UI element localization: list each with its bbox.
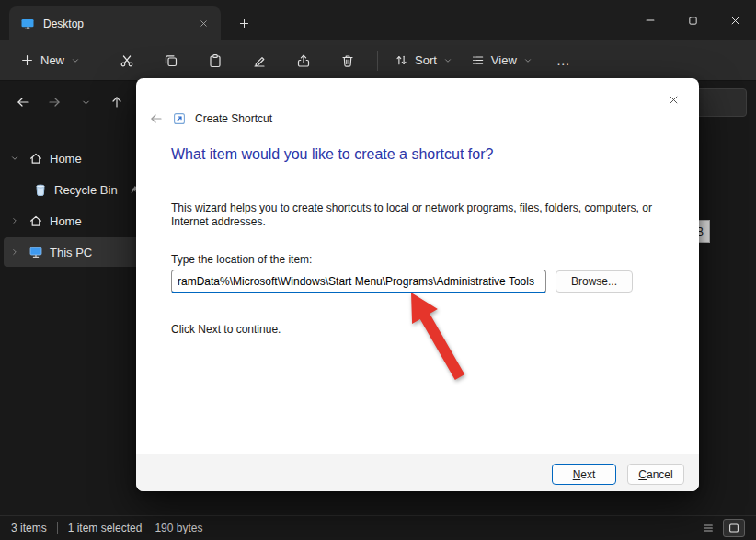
status-divider: [57, 522, 58, 534]
house-icon: [29, 213, 43, 228]
view-button-label: View: [491, 53, 517, 67]
scissors-icon: [120, 53, 134, 68]
create-shortcut-icon: [172, 111, 187, 126]
status-item-count: 3 items: [11, 522, 47, 534]
cancel-button-label: Cancel: [628, 468, 683, 481]
annotation-arrow-icon: [391, 287, 483, 388]
desktop-tab-icon: [20, 17, 35, 31]
chevron-right-icon[interactable]: [7, 247, 22, 257]
copy-button[interactable]: [151, 46, 191, 75]
sidebar-item-label: Home: [50, 214, 82, 228]
create-shortcut-dialog: Create Shortcut What item would you like…: [136, 78, 699, 491]
details-view-button[interactable]: [697, 519, 719, 537]
new-tab-button[interactable]: [234, 13, 254, 33]
rename-icon: [252, 53, 267, 68]
browse-button-label: Browse...: [571, 275, 617, 288]
close-icon: [668, 94, 680, 106]
rename-button[interactable]: [239, 46, 280, 75]
maximize-button[interactable]: [671, 0, 714, 40]
cut-button[interactable]: [107, 46, 147, 75]
share-icon: [296, 53, 311, 68]
plus-icon: [20, 53, 34, 67]
sidebar-item-this-pc[interactable]: This PC: [4, 237, 147, 267]
tab-desktop[interactable]: Desktop: [9, 6, 221, 40]
cancel-button[interactable]: Cancel: [627, 464, 684, 485]
ellipsis-icon: …: [556, 52, 571, 68]
status-selection-size: 190 bytes: [155, 522, 202, 534]
dialog-description: This wizard helps you to create shortcut…: [171, 201, 682, 229]
recycle-bin-icon: [33, 182, 48, 197]
status-bar: 3 items 1 item selected 190 bytes: [0, 515, 756, 540]
details-view-icon: [702, 522, 715, 534]
sidebar-item-recycle-bin[interactable]: Recycle Bin: [29, 175, 147, 204]
new-button-label: New: [40, 53, 64, 67]
large-icons-view-button[interactable]: [723, 519, 745, 537]
trash-icon: [340, 53, 355, 68]
location-input[interactable]: [171, 270, 546, 293]
sidebar-item-label: This PC: [50, 246, 92, 259]
arrow-up-icon: [109, 95, 124, 109]
back-button[interactable]: [9, 88, 37, 116]
sidebar-item-label: Home: [50, 152, 82, 166]
chevron-down-icon: [71, 56, 80, 65]
status-selection: 1 item selected: [68, 522, 143, 534]
sidebar-item-home[interactable]: Home: [4, 206, 147, 236]
sidebar-item-home-pinned[interactable]: Home: [4, 144, 147, 173]
clipboard-icon: [208, 53, 223, 68]
close-button[interactable]: [714, 0, 756, 40]
dialog-heading: What item would you like to create a sho…: [171, 146, 493, 163]
thumbnail-view-icon: [727, 522, 740, 534]
dialog-header: Create Shortcut: [149, 111, 272, 126]
sort-button-label: Sort: [415, 53, 437, 67]
new-button[interactable]: New: [11, 46, 89, 75]
location-input-label: Type the location of the item:: [171, 253, 312, 266]
arrow-right-icon: [47, 95, 62, 109]
dialog-close-button[interactable]: [659, 87, 688, 111]
sort-button[interactable]: Sort: [385, 46, 462, 75]
dialog-title: Create Shortcut: [195, 112, 272, 125]
up-button[interactable]: [103, 88, 131, 116]
delete-button[interactable]: [327, 46, 368, 75]
view-list-icon: [471, 53, 485, 67]
browse-button[interactable]: Browse...: [556, 270, 633, 293]
window-controls: [629, 0, 756, 40]
dialog-footer: Next Cancel: [136, 454, 699, 491]
command-toolbar: New: [0, 40, 756, 81]
copy-icon: [164, 53, 178, 68]
chevron-down-icon: [523, 56, 533, 65]
navigation-pane: Home Recycle Bin Home: [0, 129, 147, 269]
next-button-label: Next: [553, 468, 615, 481]
titlebar: Desktop: [0, 0, 756, 40]
forward-button[interactable]: [40, 88, 68, 116]
tab-label: Desktop: [43, 17, 185, 30]
house-icon: [29, 151, 43, 166]
toolbar-divider: [377, 51, 378, 71]
sidebar-item-label: Recycle Bin: [54, 183, 118, 197]
more-options-button[interactable]: …: [544, 46, 584, 75]
arrow-left-icon: [16, 95, 30, 109]
view-button[interactable]: View: [462, 46, 542, 75]
chevron-down-icon: [81, 98, 91, 108]
dialog-back-icon[interactable]: [149, 111, 164, 126]
file-explorer-window: Desktop New: [0, 0, 756, 540]
paste-button[interactable]: [195, 46, 235, 75]
next-button[interactable]: Next: [552, 464, 616, 485]
monitor-icon: [29, 245, 43, 259]
chevron-right-icon[interactable]: [7, 216, 22, 225]
minimize-button[interactable]: [629, 0, 671, 40]
toolbar-divider: [97, 51, 97, 71]
tab-close-icon[interactable]: [193, 14, 213, 34]
next-hint-text: Click Next to continue.: [171, 323, 281, 336]
view-toggles: [697, 519, 745, 537]
share-button[interactable]: [283, 46, 324, 75]
chevron-down-icon[interactable]: [7, 154, 22, 163]
chevron-down-icon: [443, 56, 452, 65]
recent-locations-button[interactable]: [72, 88, 99, 116]
sort-arrows-icon: [395, 53, 408, 67]
